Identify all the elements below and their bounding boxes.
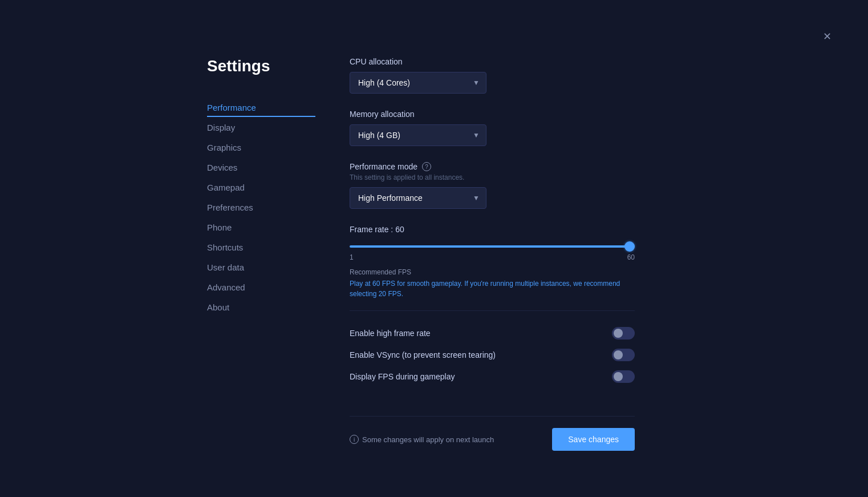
- sidebar-item-devices[interactable]: Devices: [207, 158, 315, 177]
- performance-mode-label-row: Performance mode ?: [350, 162, 635, 171]
- sidebar-item-performance[interactable]: Performance: [207, 98, 315, 117]
- sidebar-item-about[interactable]: About: [207, 298, 315, 317]
- slider-min-label: 1: [350, 253, 354, 261]
- footer: i Some changes will apply on next launch…: [350, 416, 635, 451]
- toggle-vsync-row: Enable VSync (to prevent screen tearing): [350, 344, 635, 366]
- performance-mode-select-wrapper: Low Power Balanced High Performance Ultr…: [350, 187, 486, 209]
- slider-labels: 1 60: [350, 253, 635, 261]
- slider-max-label: 60: [627, 253, 635, 261]
- close-button[interactable]: ✕: [820, 30, 834, 43]
- toggle-display-fps-label: Display FPS during gameplay: [350, 372, 455, 381]
- footer-note-text: Some changes will apply on next launch: [362, 435, 494, 444]
- performance-mode-select[interactable]: Low Power Balanced High Performance Ultr…: [350, 187, 486, 209]
- sidebar-item-preferences[interactable]: Preferences: [207, 198, 315, 217]
- cpu-allocation-select[interactable]: Low (1 Core) Medium (2 Cores) High (4 Co…: [350, 72, 486, 94]
- cpu-allocation-select-wrapper: Low (1 Core) Medium (2 Cores) High (4 Co…: [350, 72, 486, 94]
- performance-mode-section: Performance mode ? This setting is appli…: [350, 162, 635, 209]
- toggle-high-frame-rate-row: Enable high frame rate: [350, 322, 635, 344]
- recommended-fps-title: Recommended FPS: [350, 268, 635, 276]
- cpu-allocation-label: CPU allocation: [350, 57, 635, 66]
- toggle-vsync-label: Enable VSync (to prevent screen tearing): [350, 350, 496, 359]
- sidebar-item-shortcuts[interactable]: Shortcuts: [207, 238, 315, 257]
- performance-mode-help-icon[interactable]: ?: [422, 162, 431, 171]
- toggle-display-fps-row: Display FPS during gameplay: [350, 366, 635, 387]
- frame-rate-slider[interactable]: [350, 245, 635, 248]
- frame-rate-label: Frame rate : 60: [350, 225, 635, 234]
- toggle-display-fps-slider: [612, 370, 635, 383]
- sidebar-item-user-data[interactable]: User data: [207, 258, 315, 277]
- toggle-display-fps[interactable]: [612, 370, 635, 383]
- frame-rate-slider-container: [350, 240, 635, 250]
- footer-note: i Some changes will apply on next launch: [350, 435, 494, 444]
- sidebar-item-gamepad[interactable]: Gamepad: [207, 178, 315, 197]
- toggle-vsync-slider: [612, 349, 635, 361]
- toggle-high-frame-rate-label: Enable high frame rate: [350, 329, 431, 338]
- sidebar-item-display[interactable]: Display: [207, 118, 315, 137]
- sidebar-item-phone[interactable]: Phone: [207, 218, 315, 237]
- sidebar-item-graphics[interactable]: Graphics: [207, 138, 315, 157]
- memory-allocation-select-wrapper: Low (1 GB) Medium (2 GB) High (4 GB) Ver…: [350, 124, 486, 146]
- toggle-vsync[interactable]: [612, 349, 635, 361]
- performance-mode-label-text: Performance mode: [350, 162, 417, 171]
- divider-1: [350, 310, 635, 311]
- recommended-fps-section: Recommended FPS Play at 60 FPS for smoot…: [350, 268, 635, 299]
- memory-allocation-select[interactable]: Low (1 GB) Medium (2 GB) High (4 GB) Ver…: [350, 124, 486, 146]
- toggle-high-frame-rate[interactable]: [612, 327, 635, 340]
- main-content: CPU allocation Low (1 Core) Medium (2 Co…: [315, 57, 635, 451]
- sidebar-item-advanced[interactable]: Advanced: [207, 278, 315, 297]
- cpu-allocation-section: CPU allocation Low (1 Core) Medium (2 Co…: [350, 57, 635, 94]
- sidebar: Performance Display Graphics Devices Gam…: [207, 98, 315, 317]
- toggle-high-frame-rate-slider: [612, 327, 635, 340]
- performance-mode-hint: This setting is applied to all instances…: [350, 173, 635, 181]
- page-title: Settings: [207, 57, 315, 75]
- memory-allocation-section: Memory allocation Low (1 GB) Medium (2 G…: [350, 110, 635, 146]
- recommended-fps-text: Play at 60 FPS for smooth gameplay. If y…: [350, 278, 629, 299]
- memory-allocation-label: Memory allocation: [350, 110, 635, 119]
- frame-rate-section: Frame rate : 60 1 60: [350, 225, 635, 261]
- save-changes-button[interactable]: Save changes: [552, 428, 635, 451]
- footer-info-icon: i: [350, 435, 359, 444]
